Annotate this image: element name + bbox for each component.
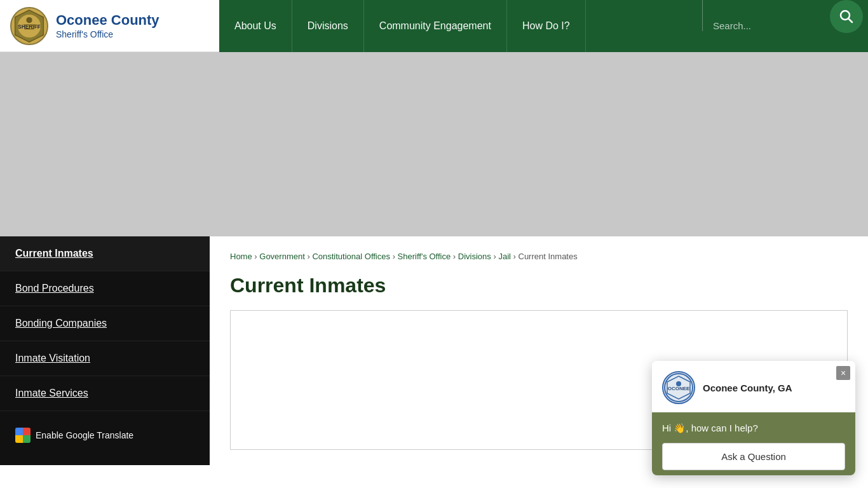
sidebar-item-inmate-visitation[interactable]: Inmate Visitation [0, 341, 210, 376]
chat-body: Hi 👋, how can I help? Ask a Question [652, 412, 855, 465]
sidebar: Current Inmates Bond Procedures Bonding … [0, 236, 210, 465]
logo-subtitle: Sheriff's Office [56, 29, 159, 39]
chat-close-button[interactable]: × [836, 366, 850, 380]
logo-text: Oconee County Sheriff's Office [56, 12, 159, 39]
chat-widget: × OCONEE Oconee County, GA Hi 👋, how can… [652, 361, 855, 465]
svg-rect-9 [23, 428, 31, 435]
nav-item-community-engagement[interactable]: Community Engagement [364, 0, 507, 52]
nav-item-divisions[interactable]: Divisions [292, 0, 364, 52]
sidebar-item-current-inmates[interactable]: Current Inmates [0, 236, 210, 271]
svg-point-3 [26, 17, 32, 23]
nav-items: About Us Divisions Community Engagement … [219, 0, 702, 52]
translate-label: Enable Google Translate [36, 430, 133, 440]
chat-greeting: Hi 👋, how can I help? [662, 423, 845, 434]
breadcrumb-constitutional-offices[interactable]: Constitutional Offices [312, 252, 390, 261]
svg-point-15 [676, 381, 681, 386]
hero-banner [0, 52, 868, 236]
search-button[interactable] [830, 0, 863, 33]
site-header: SHERIFF Oconee County Sheriff's Office A… [0, 0, 868, 52]
breadcrumb: Home › Government › Constitutional Offic… [230, 252, 848, 261]
chat-org-name: Oconee County, GA [703, 383, 792, 393]
chat-header: OCONEE Oconee County, GA [652, 361, 855, 412]
breadcrumb-home[interactable]: Home [230, 252, 252, 261]
search-input[interactable] [713, 20, 808, 31]
nav-item-about-us[interactable]: About Us [219, 0, 292, 52]
svg-rect-11 [23, 435, 31, 443]
main-navigation: About Us Divisions Community Engagement … [219, 0, 868, 52]
site-logo[interactable]: SHERIFF Oconee County Sheriff's Office [0, 7, 219, 45]
search-icon [839, 10, 853, 24]
google-translate-button[interactable]: Enable Google Translate [0, 417, 210, 453]
breadcrumb-government[interactable]: Government [259, 252, 305, 261]
ask-question-button[interactable]: Ask a Question [662, 443, 845, 465]
svg-line-7 [849, 18, 853, 22]
logo-title: Oconee County [56, 12, 159, 29]
search-area [703, 0, 830, 52]
google-translate-icon [15, 428, 31, 443]
svg-rect-10 [15, 435, 23, 443]
sidebar-item-bonding-companies[interactable]: Bonding Companies [0, 306, 210, 341]
breadcrumb-sheriffs-office[interactable]: Sheriff's Office [398, 252, 451, 261]
page-title: Current Inmates [230, 274, 848, 297]
sidebar-item-inmate-services[interactable]: Inmate Services [0, 376, 210, 411]
breadcrumb-current: Current Inmates [519, 252, 578, 261]
nav-item-how-do-i[interactable]: How Do I? [507, 0, 586, 52]
logo-badge: SHERIFF [10, 7, 48, 45]
sidebar-item-bond-procedures[interactable]: Bond Procedures [0, 271, 210, 306]
breadcrumb-jail[interactable]: Jail [498, 252, 511, 261]
breadcrumb-divisions[interactable]: Divisions [458, 252, 491, 261]
svg-text:OCONEE: OCONEE [668, 386, 690, 391]
chat-logo: OCONEE [662, 371, 695, 404]
svg-rect-8 [15, 428, 23, 435]
